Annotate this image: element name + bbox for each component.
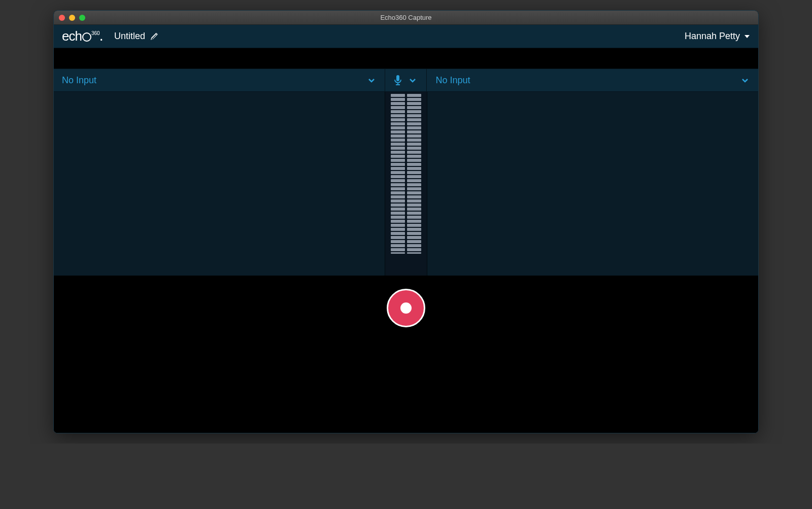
audio-meter-segment (391, 155, 405, 158)
window-title: Echo360 Capture (380, 14, 431, 21)
audio-meter-segment (391, 159, 405, 162)
chevron-down-icon (740, 75, 750, 85)
audio-meter-segment (391, 179, 405, 182)
audio-meter-segment (391, 232, 405, 235)
audio-meter-segment (407, 236, 421, 239)
audio-meter-segment (391, 212, 405, 215)
audio-source-selector[interactable] (385, 69, 427, 91)
header-gap (54, 48, 758, 69)
audio-meter-segment (407, 244, 421, 247)
right-source-selector[interactable]: No Input (427, 69, 759, 91)
preview-area (54, 92, 758, 276)
audio-meter-segment (391, 110, 405, 113)
triangle-down-icon (744, 33, 750, 40)
audio-meter-segment (407, 212, 421, 215)
audio-meter-segment (391, 114, 405, 117)
audio-meter-segment (407, 159, 421, 162)
audio-meter-segment (407, 134, 421, 138)
user-name: Hannah Petty (685, 31, 740, 42)
audio-meter-segment (407, 114, 421, 117)
audio-meter-segment (407, 195, 421, 198)
audio-meter-segment (407, 208, 421, 211)
chevron-down-icon (366, 75, 377, 85)
audio-meter-segment (407, 102, 421, 105)
maximize-window-button[interactable] (79, 15, 85, 21)
audio-meter-segment (391, 208, 405, 211)
audio-meter-segment (407, 167, 421, 170)
svg-rect-0 (396, 75, 399, 81)
audio-meter-segment (407, 191, 421, 194)
audio-meter-segment (407, 163, 421, 166)
record-indicator-icon (400, 302, 412, 314)
audio-meter-segment (407, 248, 421, 251)
audio-meter-segment (391, 216, 405, 219)
pencil-icon[interactable] (150, 32, 158, 41)
user-menu[interactable]: Hannah Petty (685, 31, 750, 42)
audio-meter-segment (391, 199, 405, 202)
audio-meter-segment (391, 248, 405, 251)
audio-meter-segment (391, 252, 405, 254)
audio-meter-segment (391, 244, 405, 247)
document-title-group: Untitled (114, 31, 158, 42)
audio-meter-segment (407, 183, 421, 186)
audio-meter-right-channel (407, 94, 421, 254)
audio-meter-segment (407, 155, 421, 158)
audio-meter-segment (407, 151, 421, 154)
audio-meter-segment (391, 134, 405, 138)
audio-meter-segment (391, 228, 405, 231)
audio-meter-segment (407, 122, 421, 125)
audio-meter-segment (407, 98, 421, 101)
audio-meter-segment (407, 106, 421, 109)
left-source-label: No Input (62, 75, 96, 86)
audio-meter-segment (407, 220, 421, 223)
right-source-label: No Input (436, 75, 470, 86)
audio-meter-segment (391, 163, 405, 166)
audio-meter-segment (391, 203, 405, 207)
record-button[interactable] (387, 289, 425, 327)
right-preview-panel (427, 92, 758, 276)
audio-meter-segment (391, 187, 405, 190)
audio-meter-segment (391, 151, 405, 154)
audio-meter-segment (407, 252, 421, 254)
audio-meter-segment (407, 118, 421, 121)
chevron-down-icon (408, 75, 418, 85)
audio-meter-segment (407, 216, 421, 219)
audio-level-meter (385, 92, 427, 276)
echo360-logo: ech360. (62, 28, 104, 45)
audio-meter-segment (407, 224, 421, 227)
audio-meter-segment (407, 203, 421, 207)
audio-meter-segment (391, 183, 405, 186)
audio-meter-segment (391, 175, 405, 178)
traffic-lights (59, 15, 85, 21)
audio-meter-segment (407, 228, 421, 231)
audio-meter-segment (407, 179, 421, 182)
document-title: Untitled (114, 31, 145, 42)
audio-meter-segment (391, 106, 405, 109)
audio-meter-segment (407, 199, 421, 202)
audio-meter-segment (391, 171, 405, 174)
audio-meter-segment (407, 171, 421, 174)
audio-meter-segment (407, 110, 421, 113)
audio-meter-segment (391, 240, 405, 243)
audio-meter-segment (407, 130, 421, 133)
left-source-selector[interactable]: No Input (54, 69, 385, 91)
audio-meter-segment (391, 191, 405, 194)
microphone-icon (393, 75, 402, 86)
close-window-button[interactable] (59, 15, 65, 21)
audio-meter-segment (407, 126, 421, 129)
audio-meter-segment (391, 143, 405, 146)
audio-meter-left-channel (391, 94, 405, 254)
app-header: ech360. Untitled Hannah Petty (54, 25, 758, 48)
minimize-window-button[interactable] (69, 15, 75, 21)
audio-meter-segment (407, 139, 421, 142)
audio-meter-segment (391, 220, 405, 223)
audio-meter-segment (407, 94, 421, 97)
audio-meter-segment (391, 195, 405, 198)
audio-meter-segment (407, 240, 421, 243)
audio-meter-segment (391, 224, 405, 227)
audio-meter-segment (391, 94, 405, 97)
titlebar: Echo360 Capture (54, 11, 758, 25)
audio-meter-segment (407, 147, 421, 150)
audio-meter-segment (391, 147, 405, 150)
audio-meter-segment (391, 102, 405, 105)
